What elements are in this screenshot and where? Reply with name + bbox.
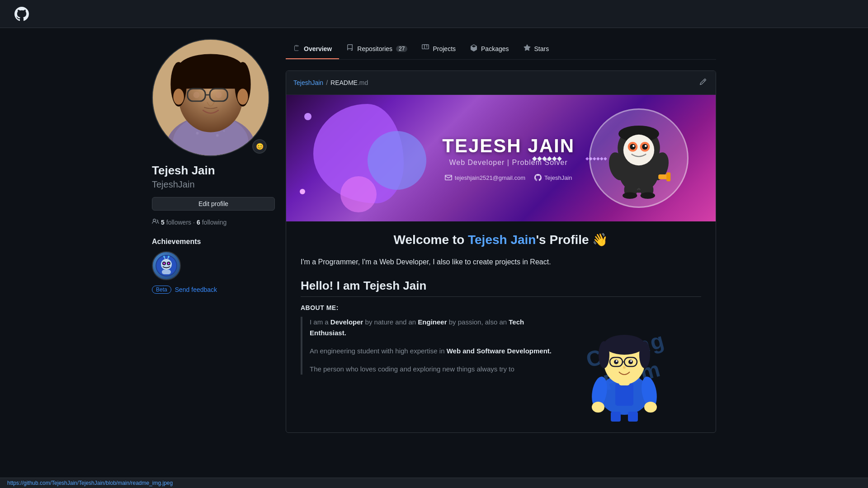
readme-card: TejeshJain / README.md	[286, 70, 716, 433]
tab-packages[interactable]: Packages	[463, 39, 516, 59]
svg-point-48	[623, 192, 637, 199]
intro-text: I'm a Programmer, I'm a Web Developer, I…	[301, 256, 701, 268]
svg-rect-31	[162, 270, 171, 274]
tab-projects[interactable]: Projects	[415, 39, 463, 59]
svg-point-39	[623, 135, 654, 165]
banner-mascot-circle	[589, 108, 689, 208]
avatar-emoji-button[interactable]: 😊	[252, 139, 267, 154]
svg-rect-70	[628, 412, 638, 422]
avatar-svg	[153, 39, 269, 156]
banner-contact: tejeshjain2521@gmail.com TejeshJain	[442, 174, 575, 181]
avatar	[152, 39, 269, 156]
welcome-name: Tejesh Jain	[468, 233, 536, 247]
svg-point-55	[599, 341, 609, 368]
svg-point-44	[632, 145, 635, 147]
svg-rect-69	[611, 412, 621, 422]
following-count[interactable]: 6	[197, 219, 200, 226]
people-icon	[152, 218, 159, 227]
beta-badge: Beta	[152, 286, 171, 294]
profile-tabs: Overview Repositories 27 Projects Packa	[286, 39, 716, 60]
achievement-badge[interactable]	[152, 251, 181, 280]
github-logo-icon	[14, 7, 29, 21]
main-content: Overview Repositories 27 Projects Packa	[286, 39, 716, 433]
banner-subtitle: Web Developer | Problem Solver	[442, 159, 575, 167]
readme-header: TejeshJain / README.md	[286, 71, 716, 95]
followers-row: 5 followers · 6 following	[152, 218, 275, 227]
tab-repositories[interactable]: Repositories 27	[339, 39, 415, 59]
about-me-right: Coding From	[566, 304, 701, 422]
about-item-3: The person who loves coding and explorin…	[310, 364, 555, 375]
edit-profile-button[interactable]: Edit profile	[152, 197, 275, 211]
svg-point-63	[630, 360, 632, 362]
svg-rect-12	[179, 66, 243, 89]
beta-feedback-row: Beta Send feedback	[152, 286, 275, 294]
followers-label: followers	[166, 219, 191, 226]
banner-github-text: TejeshJain	[544, 174, 572, 181]
svg-point-56	[639, 341, 650, 368]
svg-point-3	[196, 132, 199, 135]
stars-icon	[524, 44, 531, 53]
repositories-icon	[346, 44, 354, 53]
tab-overview[interactable]: Overview	[286, 39, 339, 59]
tab-stars[interactable]: Stars	[516, 39, 557, 59]
about-me-label: ABOUT ME:	[301, 304, 555, 311]
readme-path: TejeshJain / README.md	[293, 79, 368, 86]
section-heading: Hello! I am Tejesh Jain	[301, 279, 701, 297]
packages-icon	[470, 44, 477, 53]
tab-repositories-count: 27	[396, 46, 407, 52]
svg-point-64	[623, 366, 626, 369]
user-fullname: Tejesh Jain	[152, 164, 275, 178]
sidebar: 😊 Tejesh Jain TejeshJain Edit profile 5 …	[152, 39, 286, 433]
svg-point-45	[645, 145, 647, 147]
svg-point-68	[644, 402, 657, 413]
svg-rect-36	[666, 173, 670, 182]
svg-point-6	[223, 130, 225, 132]
send-feedback-link[interactable]: Send feedback	[175, 286, 217, 293]
achievements-section: Achievements	[152, 238, 275, 294]
achievement-icon	[155, 254, 178, 277]
following-label: following	[202, 219, 226, 226]
readme-file-name: README.md	[330, 79, 368, 86]
svg-point-17	[216, 92, 222, 98]
about-me-section: ABOUT ME: I am a Developer by nature and…	[301, 304, 701, 422]
tab-overview-label: Overview	[304, 45, 332, 52]
readme-body: Welcome to Tejesh Jain's Profile 👋 I'm a…	[286, 221, 716, 432]
about-item-1: I am a Developer by nature and an Engine…	[310, 317, 555, 338]
top-bar	[0, 0, 868, 28]
welcome-suffix: 's Profile 👋	[536, 233, 608, 247]
blockquote-list: I am a Developer by nature and an Engine…	[301, 317, 555, 375]
banner-name: TEJESH JAIN	[442, 135, 575, 157]
edit-readme-button[interactable]	[698, 76, 708, 89]
tab-packages-label: Packages	[481, 45, 509, 52]
about-item-2: An engineering student with high experti…	[310, 346, 555, 357]
followers-count[interactable]: 5	[161, 219, 165, 226]
svg-point-18	[173, 89, 184, 104]
svg-point-30	[168, 256, 170, 258]
user-username: TejeshJain	[152, 179, 275, 190]
readme-repo-name: TejeshJain	[293, 79, 323, 86]
banner-email: tejeshjain2521@gmail.com	[445, 174, 525, 181]
banner-text-area: TEJESH JAIN Web Developer | Problem Solv…	[442, 135, 575, 181]
main-layout: 😊 Tejesh Jain TejeshJain Edit profile 5 …	[145, 28, 723, 444]
achievements-title: Achievements	[152, 238, 275, 246]
banner-email-text: tejeshjain2521@gmail.com	[455, 174, 525, 181]
svg-point-25	[163, 263, 165, 264]
readme-separator: /	[326, 79, 328, 86]
tab-stars-label: Stars	[534, 45, 549, 52]
tab-projects-label: Projects	[433, 45, 456, 52]
welcome-prefix: Welcome to	[394, 233, 468, 247]
overview-icon	[293, 44, 300, 53]
about-me-left: ABOUT ME: I am a Developer by nature and…	[301, 304, 555, 422]
projects-icon	[422, 44, 429, 53]
svg-point-43	[642, 144, 648, 150]
svg-point-5	[216, 134, 219, 137]
svg-point-29	[163, 256, 165, 258]
svg-point-62	[616, 360, 618, 362]
avatar-container: 😊	[152, 39, 269, 156]
svg-point-42	[630, 144, 636, 150]
status-bar: https://github.com/TejeshJain/TejeshJain…	[0, 478, 868, 488]
svg-point-67	[592, 402, 604, 413]
svg-point-49	[641, 192, 655, 199]
coding-illustration: Coding From	[570, 304, 697, 422]
readme-banner: TEJESH JAIN Web Developer | Problem Solv…	[286, 95, 716, 221]
